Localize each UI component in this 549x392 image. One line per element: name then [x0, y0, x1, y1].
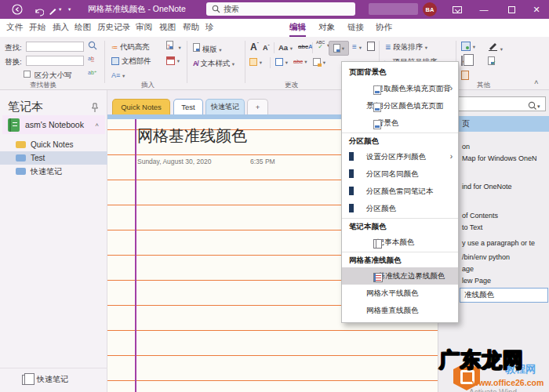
menu-item-section-color-same-notebook[interactable]: 分区颜色雷同笔记本	[342, 183, 458, 200]
menu-item-section-color[interactable]: 分区颜色	[342, 200, 458, 217]
tab-edit[interactable]: 编辑	[289, 22, 306, 37]
replace-all-icon[interactable]: ab⁺	[88, 70, 97, 76]
close-button[interactable]: ✕	[526, 0, 547, 19]
menu-item-grid-vertical-line-color[interactable]: 网格垂直线颜色	[342, 302, 458, 319]
pen-tool-icon[interactable]: ▾	[488, 42, 503, 53]
change-group-label: 更改	[285, 81, 298, 90]
menu-item-extract-color[interactable]: 提取颜色来填充页面背景色›	[342, 80, 458, 97]
avatar[interactable]: BA	[423, 2, 437, 16]
sidebar-section-quick-notes[interactable]: Quick Notes	[0, 138, 107, 151]
flag-icon	[349, 187, 354, 195]
tab-history[interactable]: 历史记录	[97, 22, 130, 33]
document-parts-button[interactable]: 文档部件	[111, 56, 151, 67]
menu-item-baseline-left-border-color[interactable]: 基准线左边界线颜色	[342, 267, 458, 285]
search-icon: ▾	[528, 100, 541, 114]
watermark: 教程网 广东龙网 www.office26.com Activate Wind	[436, 343, 549, 392]
tab-file[interactable]: 文件	[6, 22, 23, 33]
calendar-icon[interactable]: ▾	[166, 56, 180, 65]
page-title[interactable]: 网格基准线颜色	[137, 125, 247, 147]
template-button[interactable]: 模版 ▾	[193, 43, 222, 55]
tab-insert[interactable]: 插入	[53, 22, 69, 33]
section-label: 快速笔记	[31, 166, 62, 177]
page-list-item[interactable]: age	[462, 265, 474, 273]
menu-item-fill-with-section-color[interactable]: 用分区颜色填充页面	[342, 97, 458, 114]
menu-item-grid-horizontal-line-color[interactable]: 网格水平线颜色	[342, 285, 458, 302]
image-tool-icon[interactable]: ▾	[461, 42, 475, 51]
search-box[interactable]: 搜索	[206, 2, 355, 16]
shrink-font-button[interactable]: Aˇ	[263, 44, 270, 52]
border-box-icon[interactable]: ▾	[275, 57, 288, 66]
baseline-left-margin-line	[135, 119, 136, 392]
doc-check-icon[interactable]: ✓	[488, 56, 500, 67]
page-list-item[interactable]: to Text	[462, 223, 482, 231]
pen-icon[interactable]	[48, 5, 57, 19]
quick-access-dropdown-icon[interactable]: ▾	[68, 6, 71, 13]
page-list-item[interactable]: lew Page	[462, 277, 491, 285]
tab-link[interactable]: 链接	[347, 22, 364, 33]
collapse-ribbon-button[interactable]: ˄	[534, 78, 539, 86]
font-style-button[interactable]: Aa ▾	[278, 43, 293, 52]
tab-review[interactable]: 审阅	[136, 22, 152, 33]
numbered-page-icon[interactable]: ▾	[249, 57, 262, 66]
menu-item-notebook-color[interactable]: 记事本颜色	[342, 234, 458, 251]
align-icon[interactable]: ≡ ▾	[352, 42, 362, 51]
tab-help[interactable]: 帮助	[183, 22, 199, 33]
find-replace-group-label: 查找替换	[30, 81, 56, 90]
pen-dropdown-icon[interactable]: ▾	[59, 6, 61, 13]
find-input[interactable]	[26, 42, 84, 52]
find-search-icon[interactable]	[88, 41, 97, 52]
menu-item-background-color[interactable]: 背景色	[342, 114, 458, 132]
clipboard-icon[interactable]	[461, 71, 469, 80]
tab-draw[interactable]: 绘图	[75, 22, 91, 33]
tab-collab[interactable]: 协作	[376, 22, 392, 33]
page-list-item[interactable]: on	[462, 143, 470, 151]
page-list-item[interactable]: of Contents	[462, 212, 498, 220]
pin-icon[interactable]	[91, 102, 99, 116]
notebook-sidebar: 笔记本 asm's Notebook ˄ Quick Notes Test 快速…	[0, 90, 107, 392]
undo-icon[interactable]	[34, 5, 44, 20]
menu-item-same-name-same-color[interactable]: 分区同名同颜色	[342, 165, 458, 183]
page-background-color-button[interactable]: ▾	[329, 41, 349, 56]
clear-format-button[interactable]: abcA	[298, 43, 313, 50]
strikethrough-icon[interactable]: abc ▾	[293, 58, 307, 65]
sidebar-footer-quick-notes[interactable]: 快速笔记	[22, 374, 68, 385]
checkbox-color-icon[interactable]: ▾	[313, 57, 325, 66]
sidebar-section-test[interactable]: Test	[0, 151, 107, 165]
replace-icon[interactable]: ab̲	[88, 56, 94, 61]
page-layout-icon[interactable]	[367, 42, 375, 51]
tab-home[interactable]: 开始	[29, 22, 45, 33]
page-list-item[interactable]: /bin/env python	[462, 253, 510, 261]
page-tab-quick-notes-cn[interactable]: 快速笔记	[205, 99, 245, 114]
page-tab-quick-notes[interactable]: Quick Notes	[112, 99, 170, 114]
text-lines-icon[interactable]: A≡ ▾	[111, 71, 125, 79]
notebook-row[interactable]: asm's Notebook ˄	[2, 115, 105, 134]
sidebar-section-quick-notes-cn[interactable]: 快速笔记	[0, 165, 107, 178]
spell-check-button[interactable]: ABC✓ ▾	[316, 40, 329, 49]
page-list-item[interactable]: Map for Windows OneN	[462, 154, 537, 162]
current-page-item[interactable]: 准线颜色	[460, 288, 548, 303]
pages-icon	[22, 375, 31, 385]
code-highlight-button[interactable]: ≔ 代码高亮	[111, 42, 150, 53]
tab-zhen[interactable]: 珍	[205, 22, 214, 33]
ribbon-display-options-button[interactable]	[447, 0, 467, 19]
back-icon[interactable]	[12, 4, 23, 18]
page-time: 6:35 PM	[250, 158, 275, 165]
maximize-button[interactable]	[501, 0, 522, 19]
chevron-up-icon[interactable]: ˄	[95, 122, 99, 129]
replace-input[interactable]	[26, 56, 84, 66]
page-list-item[interactable]: y use a paragraph or te	[462, 239, 535, 247]
date-picker-icon[interactable]: 7 ▾	[166, 41, 181, 51]
tab-view[interactable]: 视图	[159, 22, 176, 33]
case-sensitive-checkbox[interactable]	[24, 71, 31, 78]
flag-icon	[349, 169, 354, 178]
page-list-item[interactable]: ind for OneNote	[462, 183, 512, 191]
tab-object[interactable]: 对象	[318, 22, 335, 33]
page-tab-test[interactable]: Test	[173, 99, 203, 114]
add-page-tab[interactable]: +	[247, 99, 268, 114]
copy-pages-icon[interactable]: ▾	[461, 56, 465, 65]
minimize-button[interactable]: —	[474, 0, 494, 19]
paragraph-sort-button[interactable]: ≣ 段落排序 ▾	[385, 42, 427, 53]
text-style-button[interactable]: A̸ 文本样式 ▾	[193, 59, 235, 69]
grow-font-button[interactable]: Aˆ	[250, 42, 259, 53]
menu-item-set-section-sequence-color[interactable]: 设置分区序列颜色›	[342, 148, 458, 165]
